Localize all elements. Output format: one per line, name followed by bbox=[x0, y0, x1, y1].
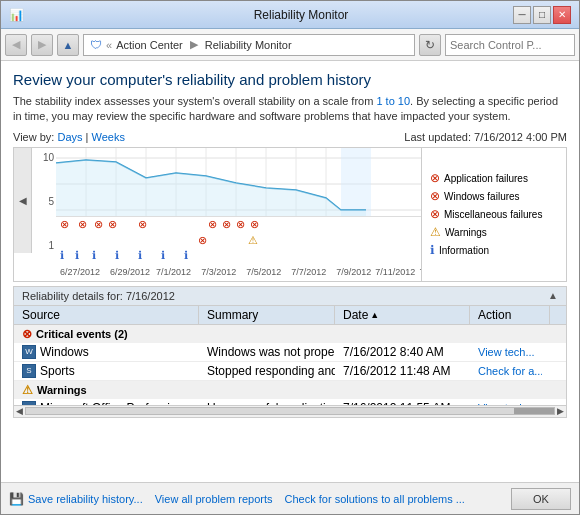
table-row: M Microsoft Office Professional Plus ...… bbox=[14, 399, 566, 405]
date-label-2: 6/29/2012 bbox=[110, 267, 150, 277]
up-button[interactable]: ▲ bbox=[57, 34, 79, 56]
y-label-5: 5 bbox=[34, 196, 54, 207]
ok-button[interactable]: OK bbox=[511, 488, 571, 510]
sort-icon: ▲ bbox=[370, 310, 379, 320]
row1-summary: Windows was not properly shut down bbox=[199, 343, 335, 361]
view-by-bar: View by: Days | Weeks Last updated: 7/16… bbox=[13, 131, 567, 143]
legend-warnings: ⚠ Warnings bbox=[430, 225, 558, 239]
row3-source-icon: M bbox=[22, 401, 36, 405]
legend-win-label: Windows failures bbox=[444, 191, 520, 202]
close-button[interactable]: ✕ bbox=[553, 6, 571, 24]
info-icons-row: ℹ ℹ ℹ ℹ ℹ ℹ ℹ bbox=[56, 248, 421, 263]
chart-scroll-left[interactable]: ◀ bbox=[14, 148, 32, 253]
breadcrumb-reliability-monitor: Reliability Monitor bbox=[205, 39, 292, 51]
save-history-link[interactable]: Save reliability history... bbox=[28, 493, 143, 505]
row3-action: View tech... bbox=[470, 399, 550, 405]
date-label-4: 7/3/2012 bbox=[201, 267, 236, 277]
row1-scroll bbox=[550, 343, 566, 361]
legend-information: ℹ Information bbox=[430, 243, 558, 257]
legend-app-icon: ⊗ bbox=[430, 171, 440, 185]
scroll-left-btn[interactable]: ◀ bbox=[16, 406, 23, 416]
warnings-label: Warnings bbox=[37, 384, 87, 396]
legend-warn-label: Warnings bbox=[445, 227, 487, 238]
chart-y-axis: 10 5 1 bbox=[32, 148, 56, 281]
row2-date: 7/16/2012 11:48 AM bbox=[335, 362, 470, 380]
table-scroll-up[interactable]: ▲ bbox=[548, 290, 558, 301]
legend-info-label: Information bbox=[439, 245, 489, 256]
main-content: Review your computer's reliability and p… bbox=[1, 61, 579, 514]
search-input[interactable] bbox=[450, 39, 580, 51]
maximize-button[interactable]: □ bbox=[533, 6, 551, 24]
legend-win-icon: ⊗ bbox=[430, 189, 440, 203]
legend-app-label: Application failures bbox=[444, 173, 528, 184]
view-weeks-link[interactable]: Weeks bbox=[91, 131, 124, 143]
row2-source-icon: S bbox=[22, 364, 36, 378]
forward-button[interactable]: ▶ bbox=[31, 34, 53, 56]
refresh-button[interactable]: ↻ bbox=[419, 34, 441, 56]
hscrollbar-track[interactable] bbox=[25, 407, 555, 415]
legend-warn-icon: ⚠ bbox=[430, 225, 441, 239]
address-bar: ◀ ▶ ▲ 🛡 « Action Center ▶ Reliability Mo… bbox=[1, 29, 579, 61]
last-updated: Last updated: 7/16/2012 4:00 PM bbox=[404, 131, 567, 143]
table-row: W Windows Windows was not properly shut … bbox=[14, 343, 566, 362]
view-by-label: View by: bbox=[13, 131, 54, 143]
info-icon-1: ℹ bbox=[60, 249, 64, 262]
row1-source: W Windows bbox=[14, 343, 199, 361]
chart-svg bbox=[56, 148, 421, 217]
reliability-title: Reliability details for: 7/16/2012 bbox=[22, 290, 175, 302]
row2-scroll bbox=[550, 362, 566, 380]
window-controls: ─ □ ✕ bbox=[513, 6, 571, 24]
minimize-button[interactable]: ─ bbox=[513, 6, 531, 24]
view-reports-link[interactable]: View all problem reports bbox=[155, 493, 273, 505]
reliability-section: Reliability details for: 7/16/2012 ▲ Sou… bbox=[13, 286, 567, 406]
date-label-6: 7/7/2012 bbox=[291, 267, 326, 277]
date-label-5: 7/5/2012 bbox=[246, 267, 281, 277]
row3-date: 7/16/2012 11:55 AM bbox=[335, 399, 470, 405]
legend-misc-failures: ⊗ Miscellaneous failures bbox=[430, 207, 558, 221]
info-icon-2: ℹ bbox=[75, 249, 79, 262]
row3-summary: Unsuccessful application installation bbox=[199, 399, 335, 405]
info-icon-4: ℹ bbox=[115, 249, 119, 262]
check-solutions-link[interactable]: Check for solutions to all problems ... bbox=[285, 493, 465, 505]
save-icon: 💾 bbox=[9, 492, 24, 506]
legend-misc-label: Miscellaneous failures bbox=[444, 209, 542, 220]
row2-action: Check for a... bbox=[470, 362, 550, 380]
section-critical: ⊗ Critical events (2) bbox=[14, 325, 566, 343]
info-icon-7: ℹ bbox=[184, 249, 188, 262]
title-bar: 📊 Reliability Monitor ─ □ ✕ bbox=[1, 1, 579, 29]
failure-icon-m1: ⊗ bbox=[198, 234, 207, 247]
row2-source: S Sports bbox=[14, 362, 199, 380]
section-warnings: ⚠ Warnings bbox=[14, 381, 566, 399]
failure-icon-1: ⊗ bbox=[60, 218, 69, 231]
th-scroll bbox=[550, 306, 566, 324]
shield-icon: 🛡 bbox=[90, 38, 102, 52]
hscrollbar-thumb[interactable] bbox=[514, 408, 554, 414]
table-header: Source Summary Date ▲ Action bbox=[14, 306, 566, 325]
view-by-section: View by: Days | Weeks bbox=[13, 131, 125, 143]
breadcrumb-action-center[interactable]: Action Center bbox=[116, 39, 183, 51]
info-icon-3: ℹ bbox=[92, 249, 96, 262]
th-source: Source bbox=[14, 306, 199, 324]
table-body: ⊗ Critical events (2) W Windows Windows … bbox=[14, 325, 566, 405]
row1-date: 7/16/2012 8:40 AM bbox=[335, 343, 470, 361]
address-path[interactable]: 🛡 « Action Center ▶ Reliability Monitor bbox=[83, 34, 415, 56]
th-summary: Summary bbox=[199, 306, 335, 324]
row3-action-link[interactable]: View tech... bbox=[478, 402, 535, 405]
row2-action-link[interactable]: Check for a... bbox=[478, 365, 542, 377]
failure-icon-7: ⊗ bbox=[222, 218, 231, 231]
back-button[interactable]: ◀ bbox=[5, 34, 27, 56]
row1-action-link[interactable]: View tech... bbox=[478, 346, 535, 358]
desc-before: The stability index assesses your system… bbox=[13, 95, 376, 107]
window-title: Reliability Monitor bbox=[89, 8, 513, 22]
row3-source-label: Microsoft Office Professional Plus ... bbox=[40, 401, 191, 405]
info-icon-6: ℹ bbox=[161, 249, 165, 262]
bottom-bar: 💾 Save reliability history... View all p… bbox=[1, 482, 579, 514]
chart-legend: ⊗ Application failures ⊗ Windows failure… bbox=[421, 148, 566, 281]
y-label-1: 1 bbox=[34, 240, 54, 251]
scroll-right-btn[interactable]: ▶ bbox=[557, 406, 564, 416]
view-days-link[interactable]: Days bbox=[57, 131, 82, 143]
reliability-title-bar: Reliability details for: 7/16/2012 ▲ bbox=[14, 287, 566, 306]
desc-highlight[interactable]: 1 to 10 bbox=[376, 95, 410, 107]
warn-icon-1: ⚠ bbox=[248, 234, 258, 247]
date-label-7: 7/9/2012 bbox=[336, 267, 371, 277]
